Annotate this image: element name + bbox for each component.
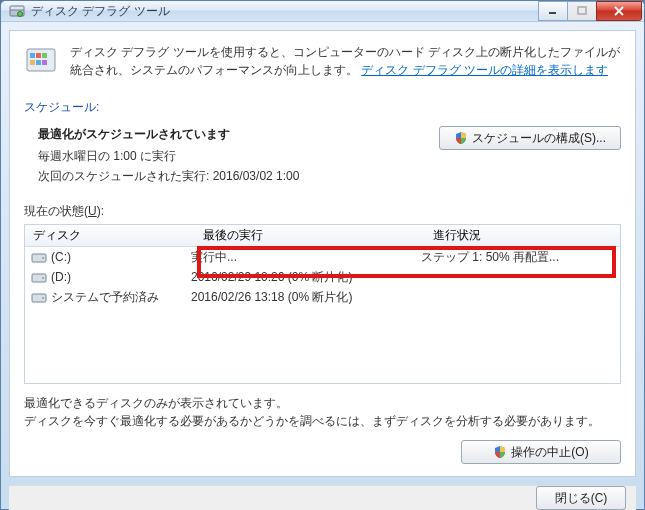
header-disk[interactable]: ディスク	[25, 227, 195, 244]
progress: ステップ 1: 50% 再配置...	[421, 249, 620, 266]
close-button[interactable]	[596, 1, 642, 21]
last-run: 2016/02/29 10:26 (0% 断片化)	[191, 269, 421, 286]
window-title: ディスク デフラグ ツール	[31, 3, 539, 20]
svg-point-19	[42, 297, 44, 299]
stop-operation-button[interactable]: 操作の中止(O)	[461, 440, 621, 464]
close-dialog-label: 閉じる(C)	[555, 490, 608, 507]
svg-rect-11	[30, 60, 35, 65]
schedule-title: 最適化がスケジュールされています	[38, 126, 439, 143]
footer: 閉じる(C)	[9, 485, 636, 510]
defrag-icon	[24, 43, 60, 79]
table-row[interactable]: システムで予約済み 2016/02/26 13:18 (0% 断片化)	[25, 287, 620, 307]
window-frame: ディスク デフラグ ツール	[0, 0, 645, 510]
schedule-box: 最適化がスケジュールされています 毎週水曜日の 1:00 に実行 次回のスケジュ…	[24, 122, 621, 197]
disk-name: (D:)	[51, 270, 191, 284]
svg-rect-1	[10, 6, 24, 10]
shield-icon	[454, 131, 468, 145]
list-header: ディスク 最後の実行 進行状況	[25, 225, 620, 247]
header-last-run[interactable]: 最後の実行	[195, 227, 425, 244]
close-dialog-button[interactable]: 閉じる(C)	[536, 486, 626, 510]
drive-icon	[31, 249, 47, 265]
svg-rect-4	[578, 7, 586, 14]
configure-schedule-label: スケジュールの構成(S)...	[472, 130, 606, 147]
header-progress[interactable]: 進行状況	[425, 227, 620, 244]
svg-point-2	[18, 12, 23, 17]
svg-point-15	[42, 257, 44, 259]
maximize-button	[567, 1, 597, 21]
window-buttons	[539, 1, 642, 21]
schedule-next-run: 次回のスケジュールされた実行: 2016/03/02 1:00	[38, 167, 439, 185]
svg-point-17	[42, 277, 44, 279]
stop-operation-label: 操作の中止(O)	[511, 444, 588, 461]
intro-section: ディスク デフラグ ツールを使用すると、コンピューターのハード ディスク上の断片…	[24, 43, 621, 79]
disk-name: (C:)	[51, 250, 191, 264]
svg-rect-8	[30, 53, 35, 58]
svg-rect-10	[42, 53, 47, 58]
svg-rect-9	[36, 53, 41, 58]
schedule-section-label: スケジュール:	[24, 99, 621, 116]
content-area: ディスク デフラグ ツールを使用すると、コンピューターのハード ディスク上の断片…	[9, 30, 636, 477]
intro-text: ディスク デフラグ ツールを使用すると、コンピューターのハード ディスク上の断片…	[70, 43, 621, 79]
disk-list[interactable]: ディスク 最後の実行 進行状況 (C:) 実行中... ステップ 1: 50% …	[24, 224, 621, 384]
minimize-button[interactable]	[538, 1, 568, 21]
drive-icon	[31, 269, 47, 285]
drive-icon	[31, 289, 47, 305]
svg-rect-12	[36, 60, 41, 65]
action-row: 操作の中止(O)	[24, 440, 621, 464]
hint-text: 最適化できるディスクのみが表示されています。 ディスクを今すぐ最適化する必要があ…	[24, 394, 621, 430]
table-row[interactable]: (C:) 実行中... ステップ 1: 50% 再配置...	[25, 247, 620, 267]
table-row[interactable]: (D:) 2016/02/29 10:26 (0% 断片化)	[25, 267, 620, 287]
schedule-info: 最適化がスケジュールされています 毎週水曜日の 1:00 に実行 次回のスケジュ…	[38, 126, 439, 187]
disk-name: システムで予約済み	[51, 289, 191, 306]
app-icon	[9, 3, 25, 19]
svg-rect-13	[42, 60, 47, 65]
hint-line-1: 最適化できるディスクのみが表示されています。	[24, 394, 621, 412]
last-run: 2016/02/26 13:18 (0% 断片化)	[191, 289, 421, 306]
hint-line-2: ディスクを今すぐ最適化する必要があるかどうかを調べるには、まずディスクを分析する…	[24, 412, 621, 430]
last-run: 実行中...	[191, 249, 421, 266]
titlebar: ディスク デフラグ ツール	[1, 1, 644, 22]
details-link[interactable]: ディスク デフラグ ツールの詳細を表示します	[361, 63, 608, 77]
schedule-frequency: 毎週水曜日の 1:00 に実行	[38, 147, 439, 165]
configure-schedule-button[interactable]: スケジュールの構成(S)...	[439, 126, 621, 150]
status-label: 現在の状態(U):	[24, 203, 621, 220]
shield-icon	[493, 445, 507, 459]
